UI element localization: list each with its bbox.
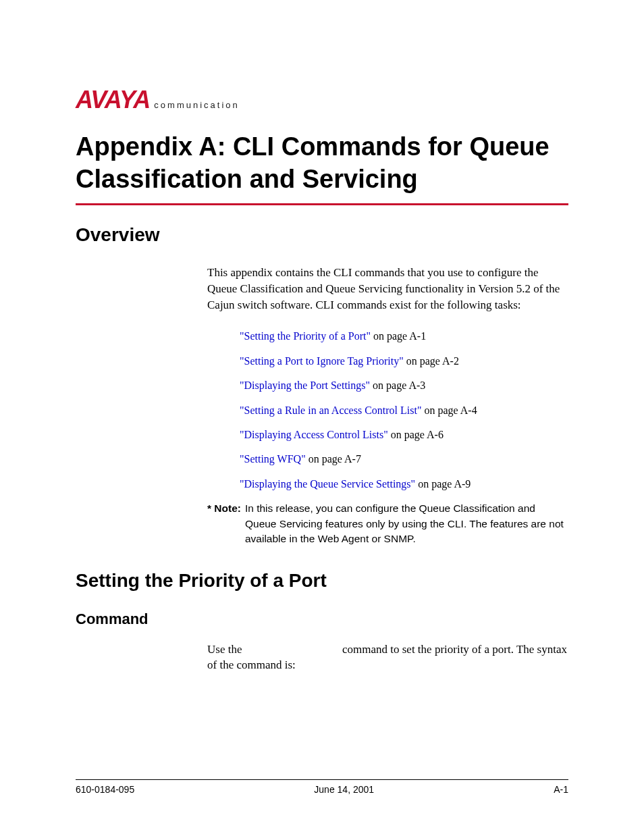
command-subheading: Command xyxy=(76,610,568,628)
xref-item: "Displaying the Queue Service Settings" … xyxy=(240,477,568,492)
xref-list: "Setting the Priority of a Port" on page… xyxy=(240,329,568,492)
xref-link[interactable]: "Setting WFQ" xyxy=(240,453,306,465)
page-title: Appendix A: CLI Commands for Queue Class… xyxy=(76,131,568,195)
overview-heading: Overview xyxy=(76,224,568,246)
xref-link[interactable]: "Displaying the Queue Service Settings" xyxy=(240,478,415,490)
brand-logo: AVAYA xyxy=(76,88,150,112)
footer-pagenum: A-1 xyxy=(554,784,568,795)
xref-link[interactable]: "Setting a Port to Ignore Tag Priority" xyxy=(240,355,404,367)
brand-subtext: communication xyxy=(154,100,239,112)
overview-body: This appendix contains the CLI commands … xyxy=(207,265,568,547)
xref-suffix: on page A-4 xyxy=(421,405,477,416)
xref-suffix: on page A-2 xyxy=(404,355,459,367)
xref-item: "Setting a Rule in an Access Control Lis… xyxy=(240,403,568,418)
xref-link[interactable]: "Displaying Access Control Lists" xyxy=(240,429,388,440)
document-page: AVAYA communication Appendix A: CLI Comm… xyxy=(0,0,644,834)
xref-suffix: on page A-1 xyxy=(371,330,426,342)
footer-rule xyxy=(76,779,568,780)
setting-priority-heading: Setting the Priority of a Port xyxy=(76,570,568,592)
xref-suffix: on page A-7 xyxy=(306,453,361,465)
xref-link[interactable]: "Setting a Rule in an Access Control Lis… xyxy=(240,405,421,416)
page-footer: 610-0184-095 June 14, 2001 A-1 xyxy=(76,779,568,795)
note-text: In this release, you can configure the Q… xyxy=(245,501,568,546)
overview-intro: This appendix contains the CLI commands … xyxy=(207,265,568,313)
xref-suffix: on page A-9 xyxy=(415,478,471,490)
note-label: * Note: xyxy=(207,501,241,546)
xref-item: "Setting a Port to Ignore Tag Priority" … xyxy=(240,354,568,369)
note-block: * Note: In this release, you can configu… xyxy=(207,501,568,546)
xref-link[interactable]: "Setting the Priority of a Port" xyxy=(240,330,371,342)
footer-docnum: 610-0184-095 xyxy=(76,784,134,795)
logo-block: AVAYA communication xyxy=(76,88,568,112)
title-rule xyxy=(76,203,568,205)
xref-item: "Setting WFQ" on page A-7 xyxy=(240,452,568,467)
command-text-post: command to set the priority of a port. T… xyxy=(207,643,567,672)
footer-date: June 14, 2001 xyxy=(314,784,374,795)
xref-suffix: on page A-6 xyxy=(388,429,444,440)
xref-item: "Displaying the Port Settings" on page A… xyxy=(240,378,568,393)
xref-item: "Setting the Priority of a Port" on page… xyxy=(240,329,568,344)
xref-link[interactable]: "Displaying the Port Settings" xyxy=(240,380,370,391)
command-text-pre: Use the xyxy=(207,643,245,656)
xref-item: "Displaying Access Control Lists" on pag… xyxy=(240,427,568,442)
command-body: Use the command to set the priority of a… xyxy=(207,642,568,674)
xref-suffix: on page A-3 xyxy=(370,380,425,391)
